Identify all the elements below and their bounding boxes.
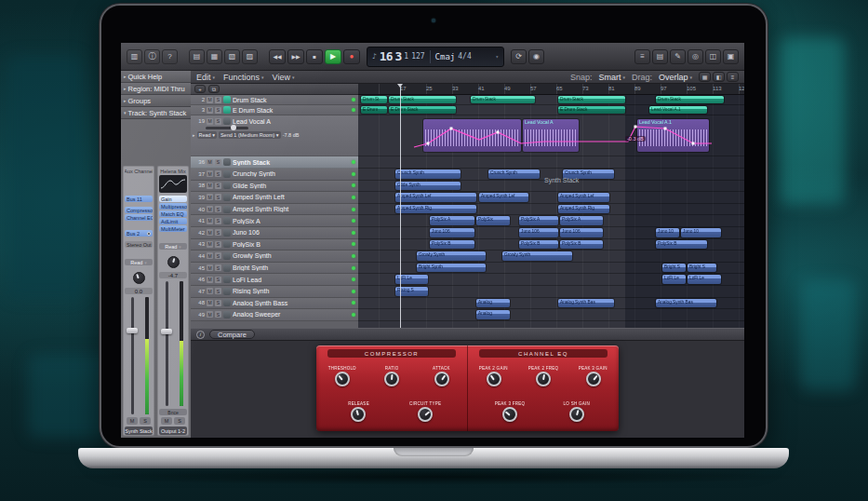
mute-button[interactable]: M: [207, 97, 213, 103]
forward-button[interactable]: ▶▶: [287, 49, 304, 64]
region-analog-synth-bas[interactable]: Analog Synth Bas: [656, 299, 716, 308]
track-lane-19[interactable]: Lead Vocal ALead Vocal A.1: [358, 115, 744, 156]
track-lane-47[interactable]: Rising S: [358, 286, 744, 298]
region-drum-stack[interactable]: Drum Stack: [389, 96, 456, 103]
bar-ruler[interactable]: 1725334149576573818997105113121: [358, 84, 744, 95]
region-amped-synth-lef[interactable]: Amped Synth Lef: [395, 193, 476, 202]
region-analog[interactable]: Analog: [476, 299, 510, 308]
note-pads-icon[interactable]: ▤: [652, 49, 668, 64]
quick-help-section[interactable]: ▸Quick Help: [121, 71, 191, 83]
playhead[interactable]: [400, 84, 401, 328]
track-lane-43[interactable]: PolySix BPolySix BPolySix BPolySix B: [358, 239, 744, 251]
region-juno-10[interactable]: Juno 10: [656, 228, 679, 237]
region-polysix-a[interactable]: PolySix A: [519, 216, 558, 225]
send-selector[interactable]: Send 1 (Medium Room) ▾: [219, 131, 281, 139]
inspector-icon[interactable]: ⓘ: [144, 49, 160, 64]
region-analog-synth-bas[interactable]: Analog Synth Bas: [558, 299, 614, 308]
plugin-slot-adlimit[interactable]: AdLimit: [159, 218, 187, 224]
region-bright-s[interactable]: Bright S: [688, 264, 716, 273]
region-growly-synth[interactable]: Growly Synth: [417, 251, 486, 261]
apple-loops-icon[interactable]: ◎: [688, 49, 703, 64]
region-polysix-b[interactable]: PolySix B: [560, 240, 603, 250]
track-lane-40[interactable]: Amped Synth RigAmped Synth Rig: [358, 204, 744, 216]
knob-dial[interactable]: [569, 407, 584, 422]
record-button[interactable]: ●: [343, 49, 360, 64]
mute-button[interactable]: M: [207, 159, 213, 166]
region-lead-vocal-a-1[interactable]: Lead Vocal A.1: [649, 106, 707, 114]
track-lane-39[interactable]: Amped Synth LefAmped Synth LefAmped Synt…: [358, 192, 744, 204]
send-slot[interactable]: Bus 2: [125, 230, 153, 237]
track-header-47[interactable]: 47MSRising Synth: [191, 286, 358, 298]
plugin-slot-gain[interactable]: Gain: [159, 196, 187, 202]
menu-edit[interactable]: Edit▾: [196, 73, 215, 82]
track-lane-49[interactable]: Analog: [358, 309, 744, 321]
mute-button[interactable]: M: [207, 218, 213, 224]
region-drum-st[interactable]: Drum St: [361, 96, 387, 103]
track-header-44[interactable]: 44MSGrowly Synth: [191, 250, 358, 263]
play-button[interactable]: ▶: [325, 49, 341, 64]
pencil-icon[interactable]: ✎: [670, 49, 686, 64]
solo-button[interactable]: S: [215, 194, 221, 200]
fader-cap[interactable]: [161, 329, 172, 334]
track-header-2[interactable]: 2MSDrum Stack: [191, 95, 358, 105]
knob-dial[interactable]: [586, 372, 601, 386]
track-lane-48[interactable]: AnalogAnalog Synth BasAnalog Synth Bas: [358, 298, 744, 310]
plugin-slot-channel-eq[interactable]: Channel EQ: [125, 214, 153, 221]
knob-peak-2-gain[interactable]: PEAK 2 GAIN: [470, 365, 518, 386]
drag-select[interactable]: Overlap▾: [659, 73, 692, 82]
volume-fader[interactable]: [125, 297, 153, 414]
plugin-slot-match-eq[interactable]: Match EQ: [159, 210, 187, 217]
track-lane-42[interactable]: Juno 106Juno 106Juno 106Juno 10Juno 10: [358, 227, 744, 239]
mute-button[interactable]: M: [207, 170, 213, 177]
region-polysix-b[interactable]: PolySix B: [430, 240, 474, 250]
knob-ratio[interactable]: RATIO: [367, 365, 416, 386]
volume-fader[interactable]: [159, 281, 187, 406]
track-section[interactable]: ▾Track: Synth Stack: [121, 107, 191, 119]
arrange-area[interactable]: Synth Stack -0.3 dB Drum StDrum StackDru…: [358, 95, 744, 328]
stop-button[interactable]: ■: [306, 49, 323, 64]
region-audio[interactable]: [423, 119, 521, 152]
solo-button[interactable]: S: [140, 417, 151, 425]
automation-mode-button[interactable]: Read▾: [125, 259, 153, 265]
solo-button[interactable]: S: [215, 300, 221, 306]
track-header-19[interactable]: 19MSLead Vocal A▸Read ▾Send 1 (Medium Ro…: [191, 115, 358, 156]
region-lofi-le[interactable]: LoFi Le: [688, 275, 721, 284]
solo-button[interactable]: S: [215, 229, 221, 236]
knob-dial[interactable]: [351, 407, 366, 422]
list-editors-icon[interactable]: ≡: [634, 49, 650, 64]
knob-dial[interactable]: [434, 372, 449, 386]
knob-dial[interactable]: [536, 372, 551, 386]
solo-button[interactable]: S: [215, 264, 221, 271]
region-amped-synth-lef[interactable]: Amped Synth Lef: [558, 193, 609, 202]
knob-lo-sh-gain[interactable]: LO SH GAIN: [553, 400, 601, 422]
region-drum-stack[interactable]: Drum Stack: [558, 96, 625, 103]
plugin-slot-compressor[interactable]: Compressor: [125, 207, 153, 213]
region-crunch-synth[interactable]: Crunch Synth: [488, 169, 540, 179]
track-header-48[interactable]: 48MSAnalog Synth Bass: [191, 298, 358, 310]
solo-button[interactable]: S: [215, 252, 221, 259]
duplicate-track-icon[interactable]: ⧉: [208, 85, 220, 93]
automation-mode-button[interactable]: Read▾: [159, 243, 187, 250]
solo-button[interactable]: S: [215, 170, 221, 177]
disclosure-icon[interactable]: ▸: [193, 132, 195, 138]
knob-dial[interactable]: [418, 407, 433, 422]
region-lead-vocal-a-1[interactable]: Lead Vocal A.1: [637, 119, 709, 152]
region-drum-stack[interactable]: Drum Stack: [656, 96, 724, 103]
solo-button[interactable]: S: [215, 277, 221, 283]
solo-button[interactable]: S: [215, 241, 221, 248]
snap-select[interactable]: Smart▾: [598, 73, 625, 82]
editors-icon[interactable]: ▧: [224, 49, 240, 64]
solo-button[interactable]: S: [215, 218, 221, 224]
metronome-icon[interactable]: ◉: [528, 49, 544, 64]
menu-view[interactable]: View▾: [273, 73, 295, 82]
region-juno-10[interactable]: Juno 10: [681, 228, 721, 237]
solo-button[interactable]: S: [215, 311, 221, 318]
menu-functions[interactable]: Functions▾: [223, 73, 264, 82]
region-analog[interactable]: Analog: [476, 310, 510, 319]
knob-peak-3-gain[interactable]: PEAK 3 GAIN: [569, 365, 618, 386]
slider-knob[interactable]: [231, 125, 236, 130]
region-lead-vocal-a[interactable]: Lead Vocal A: [523, 119, 579, 152]
track-header-3[interactable]: 3MSE Drum Stack: [191, 105, 358, 115]
library-panel-icon[interactable]: ▥: [127, 49, 142, 64]
mute-button[interactable]: M: [207, 277, 213, 283]
